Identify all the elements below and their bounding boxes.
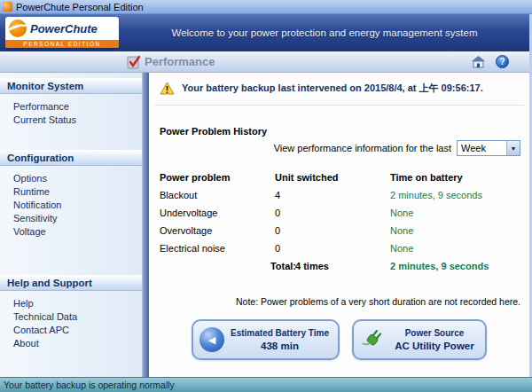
status-bar: Your battery backup is operating normall… xyxy=(0,377,532,392)
table-row-time: None xyxy=(390,222,520,239)
sidebar-divider-strip xyxy=(142,73,149,377)
battery-intervention-alert: ! Your battery backup last intervened on… xyxy=(160,82,483,95)
page-title: Performance xyxy=(145,55,215,68)
chevron-down-icon: ▼ xyxy=(506,141,520,155)
sidebar-item-sensitivity[interactable]: Sensitivity xyxy=(0,212,142,225)
sidebar: Monitor System Performance Current Statu… xyxy=(0,73,142,377)
power-panel-title: Power Source xyxy=(393,328,476,338)
app-icon xyxy=(3,2,12,12)
table-row-switched: 0 xyxy=(275,222,390,239)
power-panel-value: AC Utility Power xyxy=(393,341,476,351)
main-content: ! Your battery backup last intervened on… xyxy=(149,73,529,377)
table-row-problem: Undervoltage xyxy=(160,204,275,222)
table-row-time: None xyxy=(390,239,520,257)
apc-swoosh-icon xyxy=(9,20,27,37)
logo-edition-label: PERSONAL EDITION xyxy=(5,40,119,48)
period-filter-label: View performance information for the las… xyxy=(274,143,451,153)
sidebar-item-performance[interactable]: Performance xyxy=(0,100,142,114)
window-title: PowerChute Personal Edition xyxy=(16,2,144,12)
powerchute-logo: PowerChute PERSONAL EDITION xyxy=(5,17,119,48)
sidebar-header-configuration: Configuration xyxy=(0,150,142,166)
header-banner: PowerChute PERSONAL EDITION Welcome to y… xyxy=(0,14,532,51)
divider-line xyxy=(154,105,524,106)
total-time: 2 minutes, 9 seconds xyxy=(390,257,520,275)
sidebar-header-help-support: Help and Support xyxy=(0,275,142,291)
alert-text: Your battery backup last intervened on 2… xyxy=(182,82,483,95)
sidebar-item-current-status[interactable]: Current Status xyxy=(0,114,142,127)
table-row-switched: 0 xyxy=(275,204,390,222)
col-header-problem: Power problem xyxy=(160,169,275,186)
svg-text:!: ! xyxy=(166,85,168,95)
period-select-value: Week xyxy=(458,141,506,155)
period-select[interactable]: Week ▼ xyxy=(457,140,520,156)
battery-panel-value: 438 min xyxy=(231,341,329,351)
table-row-time: None xyxy=(390,204,520,222)
power-plug-icon xyxy=(360,325,387,354)
sidebar-section-configuration: Configuration Options Runtime Notificati… xyxy=(0,150,142,239)
table-row-problem: Electrical noise xyxy=(160,239,275,257)
table-row-time: 2 minutes, 9 seconds xyxy=(390,186,520,204)
sidebar-item-voltage[interactable]: Voltage xyxy=(0,225,142,239)
sidebar-item-runtime[interactable]: Runtime xyxy=(0,185,142,199)
battery-time-panel: ◀ Estimated Battery Time 438 min xyxy=(192,319,340,360)
battery-time-icon: ◀ xyxy=(200,327,224,352)
title-bar: PowerChute Personal Edition xyxy=(0,0,532,14)
table-row-switched: 4 xyxy=(275,186,390,204)
sidebar-item-notification[interactable]: Notification xyxy=(0,199,142,212)
sidebar-section-monitor-system: Monitor System Performance Current Statu… xyxy=(0,78,142,127)
sidebar-header-monitor-system: Monitor System xyxy=(0,78,142,94)
sidebar-section-help-support: Help and Support Help Technical Data Con… xyxy=(0,275,142,350)
power-problem-table: Power problem Unit switched Time on batt… xyxy=(160,169,520,275)
page-header: Performance ? xyxy=(0,51,532,73)
logo-wordmark: PowerChute xyxy=(30,22,98,35)
sidebar-item-contact-apc[interactable]: Contact APC xyxy=(0,324,142,337)
summary-panels: ◀ Estimated Battery Time 438 min xyxy=(149,319,529,360)
help-icon[interactable]: ? xyxy=(496,55,509,68)
sidebar-item-options[interactable]: Options xyxy=(0,172,142,185)
warning-triangle-icon: ! xyxy=(160,82,175,95)
power-source-panel: Power Source AC Utility Power xyxy=(352,319,487,360)
period-filter: View performance information for the las… xyxy=(274,140,520,156)
welcome-message: Welcome to your power protection and ene… xyxy=(124,14,525,51)
total-label: Total: xyxy=(181,257,296,275)
sidebar-item-about[interactable]: About xyxy=(0,337,142,350)
note-text: Note: Power problems of a very short dur… xyxy=(236,296,520,307)
home-icon[interactable] xyxy=(471,55,486,70)
table-row-problem: Blackout xyxy=(160,186,275,204)
table-row-switched: 0 xyxy=(275,239,390,257)
sidebar-item-technical-data[interactable]: Technical Data xyxy=(0,310,142,324)
col-header-switched: Unit switched xyxy=(275,169,390,186)
performance-page-icon xyxy=(127,55,141,71)
battery-panel-title: Estimated Battery Time xyxy=(231,328,329,338)
app-window: PowerChute Personal Edition PowerChute P… xyxy=(0,0,532,392)
col-header-time: Time on battery xyxy=(390,169,520,186)
sidebar-item-help[interactable]: Help xyxy=(0,297,142,310)
table-row-problem: Overvoltage xyxy=(160,222,275,239)
section-title: Power Problem History xyxy=(160,126,267,137)
